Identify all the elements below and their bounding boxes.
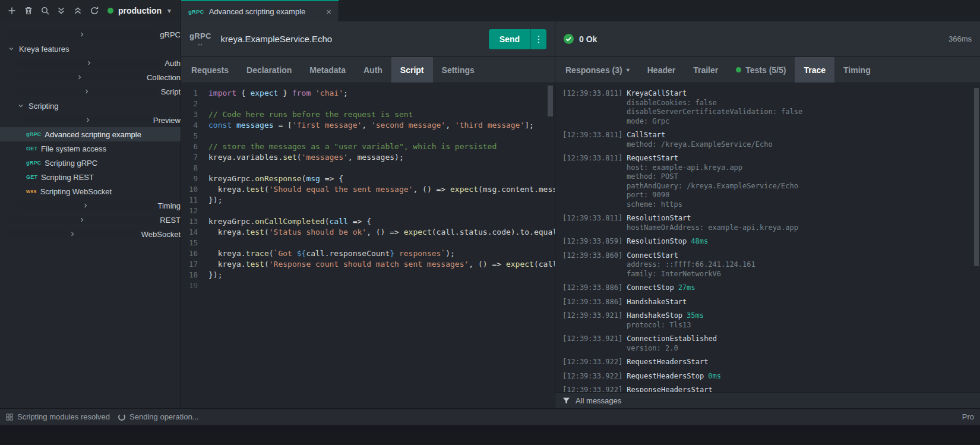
- sidebar-item-websocket[interactable]: WebSocket: [0, 227, 181, 241]
- tab-label: Responses (3): [565, 65, 622, 75]
- trace-detail: mode: Grpc: [562, 117, 969, 127]
- trace-event: [12:39:33.859]ResolutionStop48ms: [562, 237, 969, 247]
- sidebar-item-grpc[interactable]: gRPC: [0, 27, 181, 42]
- sidebar-item-label: Kreya features: [19, 45, 69, 53]
- line-number: 6: [181, 141, 208, 152]
- status-bar: Scripting modules resolved Sending opera…: [0, 408, 980, 425]
- code-line: 5: [181, 131, 555, 141]
- chevron-down-icon: ▼: [166, 8, 172, 14]
- line-number: 2: [181, 99, 208, 109]
- editor-scrollbar-thumb[interactable]: [548, 86, 553, 116]
- code-line: 3 // Code here runs before the request i…: [181, 109, 555, 120]
- tab-responses-3[interactable]: Responses (3) ▾: [557, 57, 638, 83]
- operation-type-badge: gRPC: [26, 160, 41, 166]
- trace-scrollbar-thumb[interactable]: [974, 88, 979, 266]
- chevron-right-icon: [17, 73, 143, 81]
- send-button[interactable]: Send: [489, 29, 530, 49]
- trace-duration: 35ms: [687, 311, 704, 320]
- tab-metadata[interactable]: Metadata: [301, 57, 355, 83]
- tab-settings[interactable]: Settings: [433, 57, 483, 83]
- delete-icon[interactable]: [21, 4, 36, 18]
- trace-entry: [12:39:33.922]RequestHeadersStart: [562, 358, 969, 367]
- code-line: 8: [181, 163, 555, 173]
- sidebar-item-script[interactable]: Script: [0, 84, 181, 99]
- response-header: 0 Ok 366ms: [555, 21, 980, 57]
- tab-tests-5-5[interactable]: Tests (5/5): [727, 57, 795, 83]
- code-line: 2: [181, 99, 555, 109]
- response-tabs: Responses (3) ▾ Header Trailer Tests (5/…: [555, 57, 980, 83]
- collapse-all-icon[interactable]: [71, 4, 85, 18]
- tab-script[interactable]: Script: [391, 57, 433, 83]
- tab-timing[interactable]: Timing: [834, 57, 880, 83]
- code-editor[interactable]: 1 import { expect } from 'chai'; 2 3 // …: [181, 83, 555, 408]
- sidebar-item-scripting-grpc[interactable]: gRPC Scripting gRPC: [0, 156, 181, 170]
- tab-label: Auth: [363, 65, 382, 75]
- sidebar-item-kreya-features[interactable]: Kreya features: [0, 42, 181, 56]
- trace-detail: method: POST: [562, 172, 969, 182]
- code-token: call.responseCount: [306, 249, 390, 258]
- trace-event-name: ResolutionStop: [627, 237, 687, 245]
- sidebar-item-collection[interactable]: Collection: [0, 70, 181, 84]
- trace-detail: port: 9090: [562, 191, 969, 200]
- sidebar-item-scripting-websocket[interactable]: wss Scripting WebSocket: [0, 184, 181, 198]
- sidebar-item-rest[interactable]: REST: [0, 213, 181, 227]
- code-token: expect: [506, 260, 534, 269]
- sidebar-item-preview[interactable]: Preview: [0, 113, 181, 127]
- document-tab[interactable]: gRPC Advanced scripting example ×: [181, 0, 339, 21]
- sidebar-item-advanced-scripting-example[interactable]: gRPC Advanced scripting example: [0, 127, 181, 141]
- tab-trace[interactable]: Trace: [795, 57, 834, 83]
- code-token: expect: [250, 89, 278, 97]
- code-token: 'messages': [302, 153, 348, 162]
- code-line: 19: [181, 280, 555, 291]
- trace-log[interactable]: [12:39:33.811]KreyaCallStart disableCook…: [555, 83, 980, 392]
- trace-timestamp: [12:39:33.922]: [562, 372, 622, 380]
- add-icon[interactable]: [5, 4, 19, 18]
- code-token: ,: [445, 121, 455, 130]
- sidebar-item-label: Script: [161, 87, 181, 96]
- search-icon[interactable]: [38, 4, 52, 18]
- send-options-button[interactable]: ⋮: [530, 29, 546, 49]
- refresh-icon[interactable]: [87, 4, 102, 18]
- tab-requests[interactable]: Requests: [182, 57, 238, 83]
- tab-declaration[interactable]: Declaration: [238, 57, 301, 83]
- sidebar-item-scripting[interactable]: Scripting: [0, 99, 181, 113]
- chevron-right-icon: [26, 116, 150, 124]
- trace-entry: [12:39:33.811]ResolutionStart hostNameOr…: [562, 214, 969, 232]
- tab-trailer[interactable]: Trailer: [684, 57, 727, 83]
- line-number: 4: [181, 120, 208, 131]
- environment-selector[interactable]: production ▼: [104, 6, 176, 15]
- expand-all-icon[interactable]: [54, 4, 68, 18]
- operation-type-badge: gRPC: [26, 131, 41, 137]
- trace-timestamp: [12:39:33.886]: [562, 283, 622, 292]
- pro-badge: Pro: [962, 412, 974, 421]
- response-status: 0 Ok: [564, 34, 597, 44]
- send-button-group: Send ⋮: [489, 29, 546, 49]
- code-token: messages: [236, 121, 274, 130]
- sidebar-item-auth[interactable]: Auth: [0, 56, 181, 70]
- code-token: expect: [450, 185, 478, 194]
- close-icon[interactable]: ×: [326, 7, 331, 16]
- code-token: onCallCompleted: [255, 217, 324, 226]
- sidebar-item-label: Auth: [165, 59, 181, 68]
- trace-event-name: ResolutionStart: [627, 214, 691, 222]
- message-filter[interactable]: All messages: [555, 392, 980, 408]
- main-area: gRPC Kreya features Auth Collection Scri…: [0, 21, 980, 408]
- tab-header[interactable]: Header: [638, 57, 684, 83]
- document-tab-title: Advanced scripting example: [209, 7, 322, 16]
- tab-auth[interactable]: Auth: [355, 57, 391, 83]
- trace-event: [12:39:33.922]ResponseHeadersStart: [562, 386, 969, 392]
- code-token: , () =>: [469, 260, 506, 269]
- sidebar-item-file-system-access[interactable]: GET File system access: [0, 141, 181, 156]
- sidebar-item-timing[interactable]: Timing: [0, 198, 181, 213]
- tests-status-dot: [736, 67, 741, 72]
- trace-event-name: CallStart: [627, 131, 665, 139]
- sidebar-item-scripting-rest[interactable]: GET Scripting REST: [0, 170, 181, 184]
- trace-details: host: example-api.kreya.appmethod: POSTp…: [562, 163, 969, 210]
- operation-type-badge: wss: [26, 188, 37, 194]
- check-circle-icon: [564, 34, 574, 44]
- trace-entry: [12:39:33.921]HandshakeStop35ms protocol…: [562, 311, 969, 330]
- code-token: });: [208, 195, 222, 204]
- sidebar-item-label: gRPC: [160, 30, 181, 39]
- trace-event: [12:39:33.811]KreyaCallStart: [562, 89, 969, 99]
- code-token: , () =>: [366, 228, 404, 236]
